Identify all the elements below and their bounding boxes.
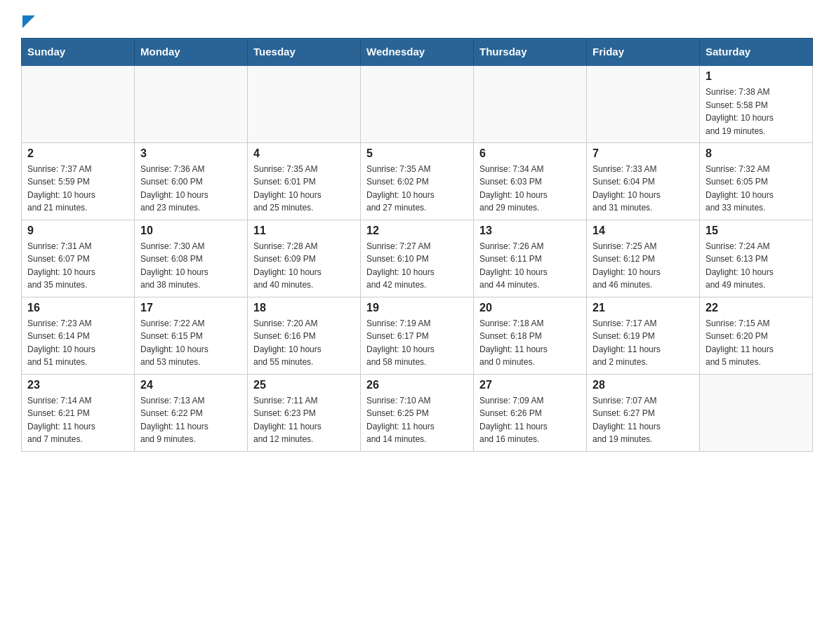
day-number: 3 <box>140 147 241 160</box>
calendar-header-row: SundayMondayTuesdayWednesdayThursdayFrid… <box>22 39 813 66</box>
day-number: 24 <box>140 379 241 391</box>
calendar-cell: 14Sunrise: 7:25 AM Sunset: 6:12 PM Dayli… <box>587 220 700 297</box>
day-number: 27 <box>479 379 581 391</box>
day-info: Sunrise: 7:07 AM Sunset: 6:27 PM Dayligh… <box>593 394 694 446</box>
day-number: 5 <box>366 147 468 160</box>
calendar-week-row: 9Sunrise: 7:31 AM Sunset: 6:07 PM Daylig… <box>22 220 813 297</box>
calendar-cell <box>700 374 813 451</box>
calendar-cell: 8Sunrise: 7:32 AM Sunset: 6:05 PM Daylig… <box>700 142 813 220</box>
day-info: Sunrise: 7:37 AM Sunset: 5:59 PM Dayligh… <box>27 163 128 215</box>
day-info: Sunrise: 7:18 AM Sunset: 6:18 PM Dayligh… <box>479 317 581 369</box>
day-number: 16 <box>27 302 128 314</box>
day-info: Sunrise: 7:13 AM Sunset: 6:22 PM Dayligh… <box>140 394 241 446</box>
calendar-cell <box>474 65 587 142</box>
day-info: Sunrise: 7:24 AM Sunset: 6:13 PM Dayligh… <box>706 240 807 292</box>
column-header-tuesday: Tuesday <box>248 39 361 66</box>
day-info: Sunrise: 7:28 AM Sunset: 6:09 PM Dayligh… <box>253 240 355 292</box>
day-number: 21 <box>593 302 694 314</box>
calendar-cell: 9Sunrise: 7:31 AM Sunset: 6:07 PM Daylig… <box>22 220 135 297</box>
day-info: Sunrise: 7:09 AM Sunset: 6:26 PM Dayligh… <box>479 394 581 446</box>
logo-triangle-icon <box>22 15 35 28</box>
day-number: 19 <box>366 302 468 314</box>
day-info: Sunrise: 7:33 AM Sunset: 6:04 PM Dayligh… <box>593 163 694 215</box>
calendar-week-row: 23Sunrise: 7:14 AM Sunset: 6:21 PM Dayli… <box>22 374 813 451</box>
calendar-cell: 1Sunrise: 7:38 AM Sunset: 5:58 PM Daylig… <box>700 65 813 142</box>
column-header-monday: Monday <box>135 39 248 66</box>
calendar-cell: 20Sunrise: 7:18 AM Sunset: 6:18 PM Dayli… <box>474 297 587 374</box>
day-info: Sunrise: 7:20 AM Sunset: 6:16 PM Dayligh… <box>253 317 355 369</box>
day-number: 28 <box>593 379 694 391</box>
day-info: Sunrise: 7:11 AM Sunset: 6:23 PM Dayligh… <box>253 394 355 446</box>
svg-marker-0 <box>22 15 35 28</box>
calendar-week-row: 2Sunrise: 7:37 AM Sunset: 5:59 PM Daylig… <box>22 142 813 220</box>
day-number: 17 <box>140 302 241 314</box>
calendar-cell: 16Sunrise: 7:23 AM Sunset: 6:14 PM Dayli… <box>22 297 135 374</box>
day-info: Sunrise: 7:17 AM Sunset: 6:19 PM Dayligh… <box>593 317 694 369</box>
day-number: 4 <box>253 147 355 160</box>
calendar-cell <box>361 65 474 142</box>
calendar-cell: 12Sunrise: 7:27 AM Sunset: 6:10 PM Dayli… <box>361 220 474 297</box>
calendar-cell: 13Sunrise: 7:26 AM Sunset: 6:11 PM Dayli… <box>474 220 587 297</box>
day-number: 23 <box>27 379 128 391</box>
calendar-cell: 21Sunrise: 7:17 AM Sunset: 6:19 PM Dayli… <box>587 297 700 374</box>
day-number: 9 <box>27 224 128 237</box>
day-info: Sunrise: 7:19 AM Sunset: 6:17 PM Dayligh… <box>366 317 468 369</box>
day-info: Sunrise: 7:27 AM Sunset: 6:10 PM Dayligh… <box>366 240 468 292</box>
day-number: 20 <box>479 302 581 314</box>
calendar-cell: 23Sunrise: 7:14 AM Sunset: 6:21 PM Dayli… <box>22 374 135 451</box>
day-number: 26 <box>366 379 468 391</box>
day-number: 15 <box>706 224 807 237</box>
calendar-cell: 15Sunrise: 7:24 AM Sunset: 6:13 PM Dayli… <box>700 220 813 297</box>
day-number: 14 <box>593 224 694 237</box>
day-info: Sunrise: 7:23 AM Sunset: 6:14 PM Dayligh… <box>27 317 128 369</box>
day-info: Sunrise: 7:34 AM Sunset: 6:03 PM Dayligh… <box>479 163 581 215</box>
day-info: Sunrise: 7:38 AM Sunset: 5:58 PM Dayligh… <box>706 86 807 137</box>
calendar-cell: 3Sunrise: 7:36 AM Sunset: 6:00 PM Daylig… <box>135 142 248 220</box>
day-info: Sunrise: 7:35 AM Sunset: 6:01 PM Dayligh… <box>253 163 355 215</box>
calendar-cell: 28Sunrise: 7:07 AM Sunset: 6:27 PM Dayli… <box>587 374 700 451</box>
day-number: 22 <box>706 302 807 314</box>
calendar-cell: 6Sunrise: 7:34 AM Sunset: 6:03 PM Daylig… <box>474 142 587 220</box>
column-header-friday: Friday <box>587 39 700 66</box>
day-info: Sunrise: 7:10 AM Sunset: 6:25 PM Dayligh… <box>366 394 468 446</box>
day-number: 12 <box>366 224 468 237</box>
calendar-cell <box>22 65 135 142</box>
calendar-cell <box>248 65 361 142</box>
calendar-cell <box>587 65 700 142</box>
column-header-wednesday: Wednesday <box>361 39 474 66</box>
day-number: 11 <box>253 224 355 237</box>
day-info: Sunrise: 7:32 AM Sunset: 6:05 PM Dayligh… <box>706 163 807 215</box>
day-number: 8 <box>706 147 807 160</box>
calendar-cell: 22Sunrise: 7:15 AM Sunset: 6:20 PM Dayli… <box>700 297 813 374</box>
logo <box>21 14 35 31</box>
page-header <box>21 14 813 31</box>
calendar-cell: 5Sunrise: 7:35 AM Sunset: 6:02 PM Daylig… <box>361 142 474 220</box>
day-number: 1 <box>706 70 807 83</box>
calendar-cell: 17Sunrise: 7:22 AM Sunset: 6:15 PM Dayli… <box>135 297 248 374</box>
calendar-cell: 10Sunrise: 7:30 AM Sunset: 6:08 PM Dayli… <box>135 220 248 297</box>
column-header-thursday: Thursday <box>474 39 587 66</box>
day-info: Sunrise: 7:26 AM Sunset: 6:11 PM Dayligh… <box>479 240 581 292</box>
day-info: Sunrise: 7:25 AM Sunset: 6:12 PM Dayligh… <box>593 240 694 292</box>
day-number: 25 <box>253 379 355 391</box>
calendar-cell: 25Sunrise: 7:11 AM Sunset: 6:23 PM Dayli… <box>248 374 361 451</box>
calendar-week-row: 16Sunrise: 7:23 AM Sunset: 6:14 PM Dayli… <box>22 297 813 374</box>
day-info: Sunrise: 7:14 AM Sunset: 6:21 PM Dayligh… <box>27 394 128 446</box>
calendar-cell: 19Sunrise: 7:19 AM Sunset: 6:17 PM Dayli… <box>361 297 474 374</box>
day-number: 7 <box>593 147 694 160</box>
day-number: 18 <box>253 302 355 314</box>
day-info: Sunrise: 7:35 AM Sunset: 6:02 PM Dayligh… <box>366 163 468 215</box>
calendar-cell: 11Sunrise: 7:28 AM Sunset: 6:09 PM Dayli… <box>248 220 361 297</box>
calendar-cell: 4Sunrise: 7:35 AM Sunset: 6:01 PM Daylig… <box>248 142 361 220</box>
day-info: Sunrise: 7:22 AM Sunset: 6:15 PM Dayligh… <box>140 317 241 369</box>
calendar-cell: 24Sunrise: 7:13 AM Sunset: 6:22 PM Dayli… <box>135 374 248 451</box>
day-info: Sunrise: 7:15 AM Sunset: 6:20 PM Dayligh… <box>706 317 807 369</box>
day-number: 13 <box>479 224 581 237</box>
calendar-cell: 18Sunrise: 7:20 AM Sunset: 6:16 PM Dayli… <box>248 297 361 374</box>
calendar-week-row: 1Sunrise: 7:38 AM Sunset: 5:58 PM Daylig… <box>22 65 813 142</box>
calendar-cell: 2Sunrise: 7:37 AM Sunset: 5:59 PM Daylig… <box>22 142 135 220</box>
calendar-table: SundayMondayTuesdayWednesdayThursdayFrid… <box>21 38 813 452</box>
day-info: Sunrise: 7:36 AM Sunset: 6:00 PM Dayligh… <box>140 163 241 215</box>
calendar-cell: 27Sunrise: 7:09 AM Sunset: 6:26 PM Dayli… <box>474 374 587 451</box>
calendar-cell <box>135 65 248 142</box>
